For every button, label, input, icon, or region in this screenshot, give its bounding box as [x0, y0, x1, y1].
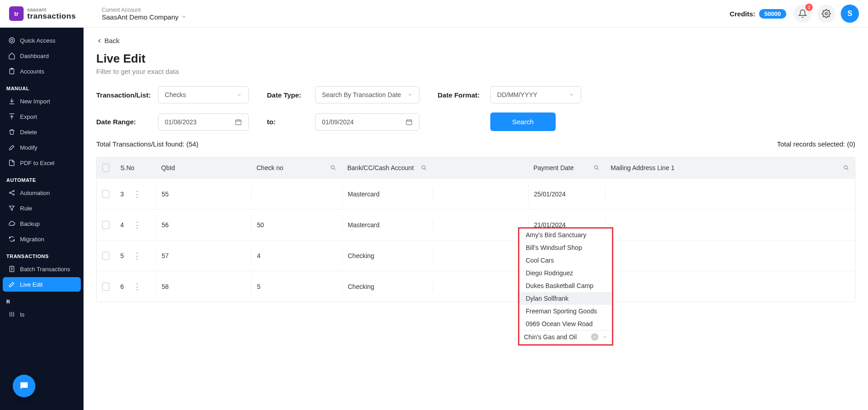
- sidebar-item-migration[interactable]: Migration: [3, 232, 81, 246]
- cell-paydate[interactable]: 25/01/2024: [528, 184, 605, 204]
- cell-mail[interactable]: [605, 280, 855, 293]
- payee-option[interactable]: Bill's Windsurf Shop: [519, 241, 612, 254]
- credits-badge[interactable]: 50000: [759, 9, 786, 19]
- transaction-list-select[interactable]: Checks: [158, 86, 249, 103]
- sidebar-item-export[interactable]: Export: [3, 109, 81, 124]
- sidebar-item-partial[interactable]: ts: [3, 307, 81, 322]
- row-checkbox[interactable]: [102, 221, 109, 229]
- column-payee: [433, 157, 528, 178]
- target-icon: [8, 37, 15, 44]
- column-bank[interactable]: Bank/CC/Cash Account: [342, 157, 433, 178]
- sidebar-item-quick-access[interactable]: Quick Access: [3, 33, 81, 48]
- sidebar-item-new-import[interactable]: New Import: [3, 94, 81, 108]
- back-link[interactable]: Back: [96, 37, 855, 44]
- account-switcher[interactable]: Current Account SaasAnt Demo Company: [102, 7, 187, 21]
- cell-sno: 5⋮: [115, 245, 156, 266]
- svg-point-1: [9, 38, 15, 43]
- payee-option[interactable]: Dukes Basketball Camp: [519, 279, 612, 292]
- date-format-value: DD/MM/YYYY: [497, 91, 538, 98]
- logo[interactable]: tr saasant transactions: [9, 6, 93, 21]
- date-from-input[interactable]: 01/08/2023: [158, 113, 249, 131]
- total-found-text: Total Transactions/List found: (54): [96, 140, 198, 148]
- date-type-value: Search By Transaction Date: [322, 91, 401, 98]
- transactions-table: S.No QbId Check no Bank/CC/Cash Account …: [96, 157, 855, 302]
- nav-label: Export: [20, 113, 37, 120]
- cell-mail[interactable]: [605, 188, 855, 200]
- date-format-select[interactable]: DD/MM/YYYY: [490, 86, 581, 103]
- column-qbid: QbId: [156, 157, 251, 178]
- sidebar-item-pdf-to-excel[interactable]: PDF to Excel: [3, 156, 81, 170]
- date-type-select[interactable]: Search By Transaction Date: [315, 86, 419, 103]
- row-menu-icon[interactable]: ⋮: [133, 283, 141, 291]
- select-all-checkbox[interactable]: [102, 164, 109, 172]
- clear-icon[interactable]: ×: [591, 333, 598, 341]
- cell-checkno[interactable]: 4: [251, 246, 342, 266]
- share-icon: [8, 189, 15, 196]
- notifications-button[interactable]: 0: [794, 5, 812, 23]
- svg-point-5: [10, 192, 11, 194]
- cell-checkno[interactable]: 50: [251, 215, 342, 235]
- home-icon: [8, 52, 15, 59]
- cell-payee[interactable]: [433, 188, 528, 200]
- cell-mail[interactable]: [605, 249, 855, 262]
- settings-button[interactable]: [817, 5, 835, 23]
- sidebar-item-modify[interactable]: Modify: [3, 140, 81, 155]
- sidebar-section-transactions: TRANSACTIONS: [3, 247, 81, 262]
- cell-checkno[interactable]: [251, 188, 342, 200]
- table-row: 5⋮ 57 4 Checking 08/12/2023: [97, 240, 855, 271]
- cell-bank[interactable]: Mastercard: [342, 215, 433, 235]
- row-menu-icon[interactable]: ⋮: [133, 252, 141, 260]
- cell-payee[interactable]: [433, 219, 528, 231]
- sidebar-item-dashboard[interactable]: Dashboard: [3, 49, 81, 63]
- column-sno: S.No: [115, 157, 156, 178]
- refresh-icon: [8, 235, 15, 243]
- sidebar-item-accounts[interactable]: Accounts: [3, 64, 81, 78]
- payee-option[interactable]: Diego Rodriguez: [519, 267, 612, 279]
- payee-option[interactable]: Freeman Sporting Goods: [519, 305, 612, 317]
- cell-bank[interactable]: Mastercard: [342, 184, 433, 204]
- nav-label: Quick Access: [20, 37, 55, 44]
- row-menu-icon[interactable]: ⋮: [133, 221, 141, 229]
- cell-sno: 4⋮: [115, 215, 156, 235]
- row-checkbox[interactable]: [102, 283, 109, 291]
- notification-count: 0: [805, 4, 813, 11]
- edit-icon: [8, 144, 15, 151]
- column-mail[interactable]: Mailing Address Line 1: [605, 157, 855, 178]
- row-checkbox[interactable]: [102, 252, 109, 260]
- svg-point-12: [422, 166, 425, 169]
- cell-bank[interactable]: Checking: [342, 277, 433, 297]
- date-to-input[interactable]: 01/09/2024: [315, 113, 419, 131]
- payee-option[interactable]: 0969 Ocean View Road: [519, 317, 612, 330]
- payee-option[interactable]: Cool Cars: [519, 254, 612, 267]
- nav-label: Migration: [20, 236, 44, 243]
- pencil-icon: [8, 281, 15, 288]
- chevron-left-icon: [96, 38, 103, 44]
- cell-payee[interactable]: [433, 280, 528, 293]
- sidebar-item-rule[interactable]: Rule: [3, 201, 81, 215]
- logo-line2: transactions: [27, 12, 76, 20]
- search-button[interactable]: Search: [490, 112, 556, 131]
- user-avatar[interactable]: S: [841, 5, 859, 23]
- payee-option[interactable]: Dylan Sollfrank: [519, 292, 612, 305]
- row-checkbox[interactable]: [102, 190, 109, 198]
- sidebar-item-backup[interactable]: Backup: [3, 216, 81, 231]
- cell-bank[interactable]: Checking: [342, 246, 433, 266]
- payee-option[interactable]: Amy's Bird Sanctuary: [519, 229, 612, 241]
- svg-point-13: [594, 166, 597, 169]
- chat-fab[interactable]: [13, 375, 35, 397]
- row-menu-icon[interactable]: ⋮: [133, 190, 141, 198]
- sidebar-item-automation[interactable]: Automation: [3, 185, 81, 200]
- cell-mail[interactable]: [605, 219, 855, 231]
- chevron-down-icon[interactable]: [602, 334, 607, 340]
- sidebar-section-manual: MANUAL: [3, 79, 81, 94]
- column-paydate[interactable]: Payment Date: [528, 157, 605, 178]
- column-checkno[interactable]: Check no: [251, 157, 342, 178]
- sidebar-item-live-edit[interactable]: Live Edit: [3, 277, 81, 292]
- cell-payee[interactable]: [433, 249, 528, 262]
- nav-label: Dashboard: [20, 53, 49, 59]
- date-type-label: Date Type:: [267, 91, 308, 99]
- chevron-down-icon: [181, 14, 187, 20]
- sidebar-item-delete[interactable]: Delete: [3, 125, 81, 139]
- cell-checkno[interactable]: 5: [251, 277, 342, 297]
- sidebar-item-batch-transactions[interactable]: Batch Transactions: [3, 262, 81, 276]
